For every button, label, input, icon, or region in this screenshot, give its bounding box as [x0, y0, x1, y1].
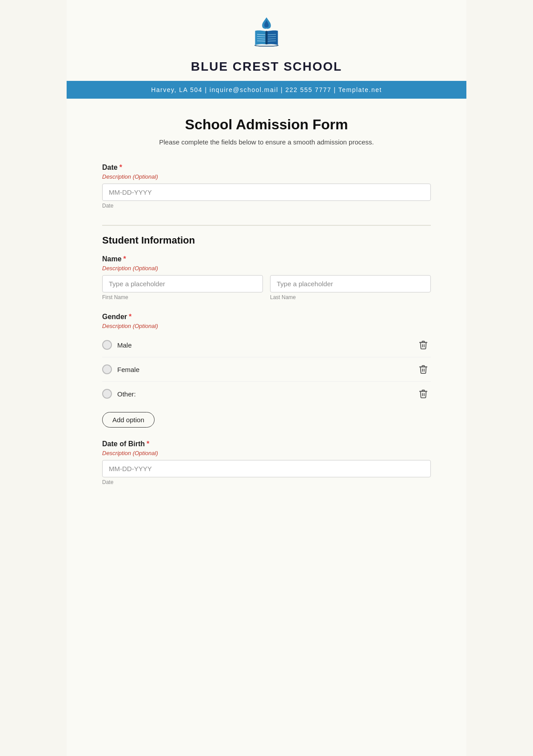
svg-line-4	[257, 41, 265, 41]
name-description: Description (Optional)	[102, 265, 431, 272]
gender-option-female: Female	[102, 357, 431, 382]
name-required-star: *	[123, 255, 126, 263]
name-label: Name *	[102, 255, 431, 263]
first-name-col: First Name	[102, 275, 263, 300]
delete-other-button[interactable]	[416, 387, 431, 400]
dob-label: Date of Birth *	[102, 440, 431, 448]
last-name-hint: Last Name	[270, 294, 431, 300]
trash-icon-other	[418, 389, 428, 399]
gender-field-group: Gender * Description (Optional) Male	[102, 313, 431, 428]
name-field-group: Name * Description (Optional) First Name…	[102, 255, 431, 300]
gender-options: Male	[102, 333, 431, 406]
svg-line-7	[268, 39, 276, 39]
radio-circle-male[interactable]	[102, 340, 112, 350]
radio-circle-female[interactable]	[102, 364, 112, 374]
gender-label: Gender *	[102, 313, 431, 321]
last-name-input[interactable]	[270, 275, 431, 292]
svg-line-6	[268, 36, 276, 37]
first-name-hint: First Name	[102, 294, 263, 300]
gender-option-other: Other:	[102, 382, 431, 406]
dob-input[interactable]	[102, 460, 431, 477]
svg-rect-0	[266, 31, 268, 44]
trash-icon-male	[418, 340, 428, 350]
school-name: BLUE CREST SCHOOL	[191, 60, 342, 74]
date-input[interactable]	[102, 184, 431, 201]
dob-description: Description (Optional)	[102, 450, 431, 456]
gender-male-label: Male	[117, 341, 132, 349]
dob-required-star: *	[147, 440, 149, 448]
student-information-section: Student Information Name * Description (…	[102, 225, 431, 485]
form-title: School Admission Form	[102, 116, 431, 133]
date-description: Description (Optional)	[102, 173, 431, 180]
trash-icon-female	[418, 364, 428, 374]
gender-female-label: Female	[117, 366, 139, 373]
logo-container	[249, 13, 284, 53]
dob-field-group: Date of Birth * Description (Optional) D…	[102, 440, 431, 485]
date-required-star: *	[119, 164, 122, 172]
gender-required-star: *	[129, 313, 131, 321]
student-section-title: Student Information	[102, 225, 431, 246]
school-logo-icon	[249, 13, 284, 53]
name-two-col: First Name Last Name	[102, 275, 431, 300]
contact-bar: Harvey, LA 504 | inquire@school.mail | 2…	[67, 81, 466, 99]
svg-line-1	[257, 34, 265, 35]
radio-circle-other[interactable]	[102, 389, 112, 399]
main-content: School Admission Form Please complete th…	[67, 99, 466, 528]
delete-female-button[interactable]	[416, 363, 431, 376]
header: BLUE CREST SCHOOL	[67, 0, 466, 81]
add-option-button[interactable]: Add option	[102, 412, 155, 428]
last-name-col: Last Name	[270, 275, 431, 300]
svg-line-8	[268, 41, 276, 41]
gender-option-male: Male	[102, 333, 431, 357]
date-section: Date * Description (Optional) Date	[102, 164, 431, 209]
dob-hint: Date	[102, 479, 431, 485]
date-field-group: Date * Description (Optional) Date	[102, 164, 431, 209]
svg-line-2	[257, 36, 265, 37]
svg-line-5	[268, 34, 276, 35]
gender-description: Description (Optional)	[102, 323, 431, 329]
date-label: Date *	[102, 164, 431, 172]
gender-other-label: Other:	[117, 390, 136, 398]
first-name-input[interactable]	[102, 275, 263, 292]
svg-line-3	[257, 39, 265, 39]
date-hint: Date	[102, 203, 431, 209]
delete-male-button[interactable]	[416, 338, 431, 352]
form-subtitle: Please complete the fields below to ensu…	[102, 138, 431, 146]
